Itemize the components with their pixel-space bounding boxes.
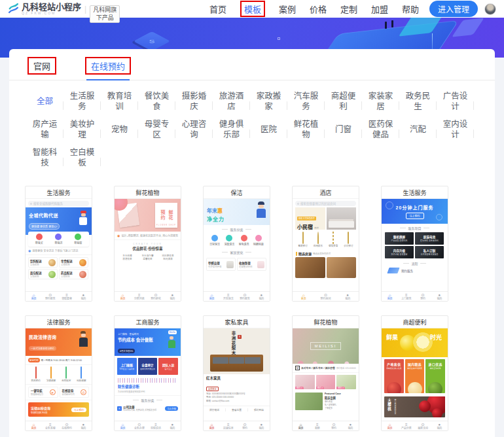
template-card-law[interactable]: 法律服务 民政法律咨询 一站式法律咨询与预约 营业时间周一到周五 9:00-18… bbox=[25, 315, 92, 431]
user-icon: ● bbox=[261, 293, 263, 297]
nav-item-pricing[interactable]: 价格 bbox=[310, 3, 327, 15]
phone-preview: 鲜果 时光 产地直供新鲜送达 安心之选 国内精选精选各类时令蔬果 进口优选精选全… bbox=[382, 328, 448, 430]
search-bar: 搜索您想要预订的民宿房间 bbox=[295, 201, 356, 206]
template-card-repair[interactable]: 生活服务 20分钟上门服务 马上预约 服务项目 整机换屏产品品质 质保90天 原… bbox=[381, 186, 448, 302]
category-item[interactable]: 汽配 bbox=[399, 118, 437, 141]
card-title: 酒店 bbox=[293, 186, 359, 199]
tab-online-booking[interactable]: 在线预约 bbox=[85, 57, 131, 80]
service-categories: 日常保洁 深度清洁 家电清洗 除螨除菌 bbox=[206, 233, 267, 248]
template-card-life-delivery[interactable]: 生活服务 搜索全城跑腿代购服务 全城代购代送 更快捷 更优质 更放心! 帮我买 … bbox=[25, 186, 92, 302]
category-item[interactable]: 旅游酒店 bbox=[213, 90, 250, 113]
grid-icon: ≡ bbox=[49, 423, 52, 427]
template-card-accounting[interactable]: 工商服务 上门做账 · 查看税况 节约成本 会计做账 4月大节省5% WeiXi… bbox=[114, 315, 181, 431]
flow-step: 预约服务 bbox=[382, 267, 448, 274]
nav-item-home[interactable]: 首页 bbox=[209, 3, 226, 15]
card-title: 家私家具 bbox=[204, 316, 270, 328]
category-all[interactable]: 全部 bbox=[26, 90, 63, 113]
phone-preview: 20分钟上门服务 马上预约 服务项目 整机换屏产品品质 质保90天 原装电池超长… bbox=[382, 199, 448, 301]
grid-icon: ≡ bbox=[405, 293, 408, 297]
category-item[interactable]: 房产运输 bbox=[26, 118, 63, 141]
phone-preview: 搜索您想要预订的民宿房间 高端 大宅特色民宿 小民宿 民宿 客房预订 休闲娱乐 … bbox=[293, 199, 359, 301]
book-button: 马上预约 bbox=[71, 408, 86, 412]
user-icon: ● bbox=[439, 423, 441, 427]
cherry-decor bbox=[419, 400, 431, 412]
section-title: 服务分类 bbox=[115, 398, 181, 402]
template-card-fruit-store[interactable]: 商超便利 鲜果 时光 产地直供新鲜送达 安心之选 国内精选精选各类时令蔬果 进口… bbox=[381, 315, 448, 431]
template-card-cleaning[interactable]: 保洁 年末惠 净全力 全屋深度保洁 限时特价 服务分类 日常保洁 深度清洁 家电… bbox=[203, 186, 270, 302]
category-item[interactable]: 空白模板 bbox=[63, 146, 101, 169]
tab-official-site[interactable]: 官网 bbox=[27, 57, 56, 80]
category-item[interactable]: 母婴专区 bbox=[138, 118, 175, 141]
phone-preview: 搜索全城跑腿代购服务 全城代购代送 更快捷 更优质 更放心! 帮我买 帮我送 帮… bbox=[26, 199, 92, 301]
category-item[interactable]: 餐饮美食 bbox=[138, 90, 175, 113]
category-item[interactable]: 摄影婚庆 bbox=[175, 90, 213, 113]
wechat-bubble: WeiXin bbox=[168, 330, 177, 334]
brand-row: M 派对专区 / 婚礼专区 / 婚庆套餐 预约电话: 020-000000 bbox=[293, 364, 359, 373]
nav-item-templates[interactable]: 模板 bbox=[240, 1, 265, 17]
category-item[interactable]: 广告设计 bbox=[437, 90, 474, 113]
company-logo: K bbox=[117, 406, 122, 411]
handle-now-button: 马上办理 bbox=[165, 406, 178, 411]
logo-divider: | bbox=[84, 5, 86, 14]
nav-item-cases[interactable]: 案例 bbox=[279, 3, 296, 15]
decor-figure bbox=[385, 22, 387, 29]
category-item[interactable]: 家装家居 bbox=[362, 90, 399, 113]
category-item[interactable]: 室内设计 bbox=[437, 118, 474, 141]
card-title: 法律服务 bbox=[26, 316, 92, 328]
nav-item-join[interactable]: 加盟 bbox=[371, 3, 388, 15]
grid-icon: ≡ bbox=[65, 293, 68, 297]
home-icon: ⌂ bbox=[122, 423, 124, 427]
home-icon: ⌂ bbox=[300, 423, 302, 427]
template-card-wedding-flowers[interactable]: 鲜花植物 MEILISI M 派对专区 / 婚礼专区 / 婚庆套餐 预约电话: … bbox=[292, 315, 359, 431]
category-item[interactable]: 医院 bbox=[250, 118, 287, 141]
category-item[interactable]: 心理咨询 bbox=[175, 118, 213, 141]
category-item[interactable]: 家政搬家 bbox=[250, 90, 287, 113]
phone-tabbar: ⌂首页 ≡开荒保洁 ⊙预约服务 ●我的 bbox=[204, 291, 270, 301]
template-card-furniture[interactable]: 家私家具 非洲花梨木 木 红木家具 品质保证 地址: XXX省XXX市XXX区X… bbox=[203, 315, 270, 431]
flower-photos: 预约 > 预约 > 预约 > bbox=[293, 373, 359, 391]
category-item[interactable]: 健身俱乐部 bbox=[213, 118, 250, 141]
category-item[interactable]: 汽车服务 bbox=[287, 90, 325, 113]
cleaner-illustration bbox=[255, 201, 267, 218]
brand-badge: 凡科网旗下产品 bbox=[90, 5, 120, 23]
clock-icon: ⊙ bbox=[65, 423, 69, 427]
template-card-flowers[interactable]: 鲜花植物 预约鲜花 FLOWER SHOP ◉设计+搭配赠送, 极速花店配送平台… bbox=[114, 186, 181, 302]
category-item[interactable]: 政务民生 bbox=[399, 90, 437, 113]
category-item[interactable]: 美妆护理 bbox=[63, 118, 101, 141]
announcement: ◉设计+搭配赠送, 极速花店配送平台, 用心为您服务 bbox=[115, 232, 181, 240]
lawyer-illustration bbox=[78, 331, 88, 347]
room-photos bbox=[293, 257, 359, 278]
category-item[interactable]: 门窗 bbox=[325, 118, 362, 141]
clock-icon: ⊙ bbox=[243, 293, 247, 297]
fankuai-logo-icon bbox=[8, 3, 19, 14]
logo-title: 凡科轻站小程序 bbox=[22, 3, 81, 11]
flower-list: 多头玫瑰浪漫花束 多头康乃馨温馨花束 向日葵花束阳光满满 bbox=[115, 253, 181, 262]
speaker-icon: ◉ bbox=[28, 249, 31, 253]
template-card-hotel[interactable]: 酒店 搜索您想要预订的民宿房间 高端 大宅特色民宿 小民宿 民宿 客房预订 休闲… bbox=[292, 186, 359, 302]
finance-check: 财务健康诊断 为企业体检量身定制财报评判 bbox=[115, 377, 181, 396]
user-avatar[interactable] bbox=[484, 3, 496, 15]
category-item[interactable]: 鲜花植物 bbox=[287, 118, 325, 141]
quick-actions: 帮我买 帮我送 帮我取 bbox=[28, 232, 89, 247]
user-icon: ● bbox=[346, 293, 349, 297]
hotel-banner: 高端 大宅特色民宿 小民宿 民宿 bbox=[295, 207, 356, 230]
business-hours: 营业时间周一到周五 9:00-18:00 周六 9:00-12:00 bbox=[26, 356, 92, 365]
category-item[interactable]: 教育培训 bbox=[101, 90, 138, 113]
accountant-illustration bbox=[167, 336, 176, 348]
category-item[interactable]: 医药保健品 bbox=[362, 118, 399, 141]
phone-tabbar: ⌂首页 ⊙预约服务 ≡领取套餐 ●我的 bbox=[26, 291, 92, 301]
category-item[interactable]: 生活服务 bbox=[63, 90, 101, 113]
phone-tabbar: ⌂首页 ≡上门服务 ⊙预约 ●我的 bbox=[382, 291, 448, 301]
section-title: 家居优化 bbox=[204, 250, 270, 254]
search-icon bbox=[30, 203, 32, 205]
category-item[interactable]: 智能科技 bbox=[26, 146, 63, 169]
clock-icon: ⊙ bbox=[422, 293, 425, 297]
phone-preview: 预约鲜花 FLOWER SHOP ◉设计+搭配赠送, 极速花店配送平台, 用心为… bbox=[115, 199, 181, 301]
nav-item-help[interactable]: 帮助 bbox=[402, 3, 419, 15]
category-item[interactable]: 宠物 bbox=[101, 118, 138, 141]
speaker-icon: ◉ bbox=[117, 234, 120, 237]
site-logo[interactable]: 凡科轻站小程序 QZ.FKW.COM bbox=[8, 3, 81, 15]
enter-admin-button[interactable]: 进入管理 bbox=[429, 1, 478, 17]
nav-item-custom[interactable]: 定制 bbox=[340, 3, 357, 15]
category-item[interactable]: 商超便利 bbox=[325, 90, 362, 113]
